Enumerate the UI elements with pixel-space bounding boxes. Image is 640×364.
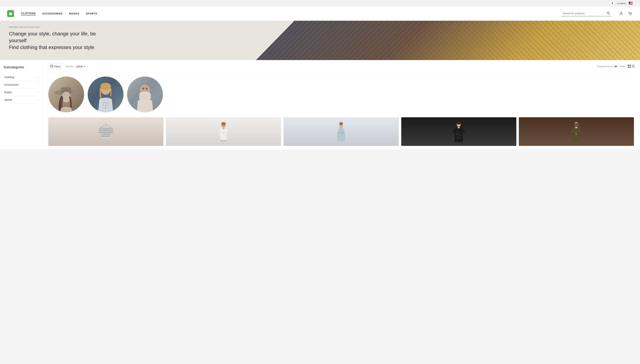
white-tshirt-svg [215, 121, 232, 142]
svg-rect-34 [102, 134, 110, 134]
location-label: Location: [617, 2, 626, 5]
svg-point-56 [457, 122, 461, 124]
grid-view-icon[interactable] [628, 65, 631, 68]
svg-point-45 [221, 122, 226, 126]
person-hat-image [48, 76, 84, 112]
svg-rect-39 [99, 132, 102, 133]
svg-rect-49 [224, 140, 226, 142]
chevron-right-icon: › [38, 84, 39, 86]
svg-rect-12 [628, 66, 629, 68]
nav-clothing[interactable]: CLOTHING [21, 12, 36, 16]
nav-sports[interactable]: SPORTS [86, 12, 97, 15]
sort-value: price [76, 65, 83, 68]
search-input[interactable] [563, 12, 605, 15]
hero-tag: WINTER COLLECTION 2020 [9, 26, 631, 28]
header-icons [618, 11, 633, 16]
svg-rect-33 [102, 132, 110, 133]
product-image-4 [401, 117, 516, 146]
svg-point-51 [339, 122, 343, 125]
svg-rect-13 [630, 66, 631, 68]
featured-circles [48, 76, 635, 112]
svg-rect-0 [9, 13, 12, 15]
flag-icon[interactable] [628, 2, 633, 5]
logo[interactable] [7, 10, 14, 17]
svg-rect-7 [52, 65, 53, 66]
svg-point-3 [620, 12, 622, 14]
featured-circle-2[interactable] [88, 76, 124, 112]
olive-coat-svg [567, 121, 585, 142]
nav-books[interactable]: BOOKS [69, 12, 79, 15]
product-grid [48, 117, 635, 146]
nav-accessories[interactable]: ACCESSORIES [42, 12, 63, 15]
svg-point-21 [100, 83, 111, 90]
svg-point-66 [575, 132, 576, 133]
product-image-1 [48, 117, 163, 146]
sort-by-label: Sort by: [66, 65, 74, 68]
svg-line-2 [609, 14, 610, 14]
svg-rect-61 [458, 127, 460, 128]
sidebar-item-sports[interactable]: Sports › [4, 96, 39, 104]
svg-rect-15 [632, 66, 635, 66]
filter-bar: Filters Sort by: price ▼ ⌄ Products foun… [48, 64, 635, 72]
product-image-5 [519, 117, 634, 146]
svg-rect-48 [221, 140, 223, 142]
svg-rect-64 [575, 133, 577, 134]
product-card-4[interactable] [401, 117, 516, 146]
svg-point-22 [105, 102, 106, 104]
svg-rect-38 [99, 130, 102, 131]
black-coat-svg [450, 121, 468, 142]
sort-dropdown[interactable]: price ▼ ⌄ [76, 65, 88, 68]
svg-rect-11 [630, 65, 631, 66]
svg-point-5 [631, 14, 631, 15]
sidebar-item-accessories[interactable]: Accessories › [4, 81, 39, 88]
sidebar-item-clothing[interactable]: Clothing › [4, 74, 39, 81]
products-count: Products found: 66 [597, 65, 617, 68]
blue-dress-svg [332, 121, 350, 142]
currency-selector[interactable]: € [610, 1, 615, 6]
product-card-2[interactable] [166, 117, 281, 146]
products-count-value: 66 [614, 65, 617, 68]
svg-rect-41 [110, 128, 113, 129]
grid-dots-icon [50, 65, 53, 68]
featured-circle-3[interactable] [127, 76, 163, 112]
search-bar [561, 11, 611, 16]
svg-rect-37 [99, 128, 102, 129]
person-jacket-image [88, 76, 124, 112]
sort-caret-icon: ⌄ [87, 65, 88, 68]
product-image-3 [283, 117, 399, 146]
svg-rect-9 [52, 66, 53, 68]
svg-point-4 [630, 14, 630, 15]
user-icon[interactable] [618, 11, 624, 16]
person-sweater-image [127, 76, 163, 112]
svg-rect-46 [222, 128, 225, 129]
striped-sweater-svg [97, 121, 115, 142]
svg-rect-8 [50, 66, 51, 68]
svg-rect-16 [632, 67, 635, 68]
view-label: View [620, 65, 625, 68]
sort-arrow-icon: ▼ [83, 66, 85, 68]
svg-rect-14 [632, 65, 635, 66]
svg-point-1 [607, 12, 609, 14]
svg-point-65 [575, 130, 576, 131]
product-card-3[interactable] [283, 117, 399, 146]
svg-point-58 [459, 134, 460, 136]
product-card-5[interactable] [519, 117, 634, 146]
cart-icon[interactable] [627, 11, 633, 16]
product-card-1[interactable] [48, 117, 163, 146]
hero-banner: WINTER COLLECTION 2020 Change your style… [0, 21, 640, 60]
list-view-icon[interactable] [632, 65, 635, 68]
filters-button[interactable]: Filters [48, 64, 63, 69]
svg-point-26 [142, 88, 144, 90]
featured-circle-1[interactable] [48, 76, 84, 112]
top-bar: € Location: [0, 0, 640, 6]
products-area: Filters Sort by: price ▼ ⌄ Products foun… [43, 60, 640, 150]
search-icon[interactable] [607, 12, 610, 16]
svg-point-59 [457, 136, 459, 139]
sidebar-item-books[interactable]: Books › [4, 88, 39, 96]
svg-rect-10 [628, 65, 629, 66]
svg-point-47 [223, 132, 224, 134]
hero-title: Change your style, change your life, be … [9, 30, 102, 50]
svg-rect-31 [102, 128, 110, 129]
svg-point-27 [146, 88, 147, 90]
chevron-right-icon: › [38, 98, 39, 101]
